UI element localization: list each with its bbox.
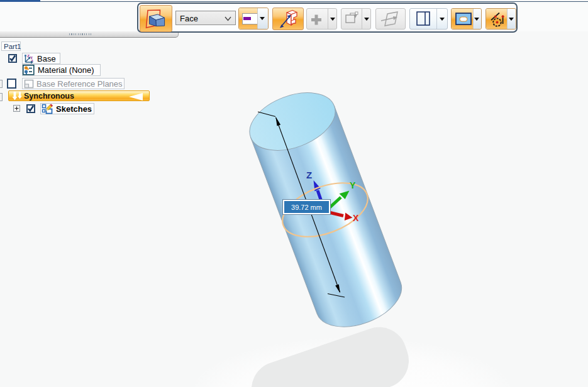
svg-text:Z: Z bbox=[27, 53, 30, 58]
svg-text:X: X bbox=[353, 213, 359, 223]
svg-text:Y: Y bbox=[350, 180, 356, 190]
svg-text:Z: Z bbox=[306, 170, 312, 180]
svg-text:x: x bbox=[31, 58, 33, 62]
